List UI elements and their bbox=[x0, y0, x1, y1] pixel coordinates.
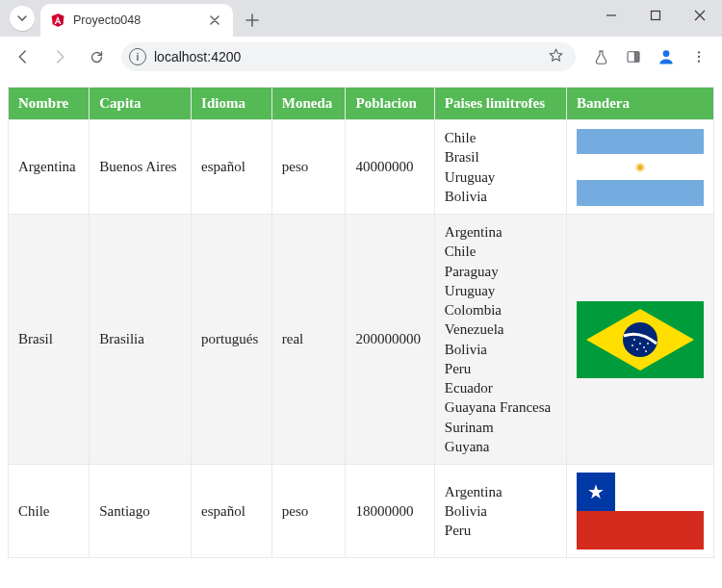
th-capital: Capita bbox=[90, 88, 192, 120]
cell-limitrofes: ChileBrasilUruguayBolivia bbox=[434, 120, 566, 215]
tab-search-button[interactable] bbox=[10, 6, 35, 31]
cell-moneda: peso bbox=[271, 120, 346, 215]
reload-icon bbox=[89, 49, 105, 65]
svg-line-14 bbox=[636, 168, 638, 170]
table-header-row: Nombre Capita Idioma Moneda Poblacion Pa… bbox=[9, 88, 714, 120]
sun-of-may-icon bbox=[631, 158, 650, 177]
flask-icon bbox=[593, 49, 609, 65]
border-country: Peru bbox=[445, 521, 556, 540]
border-country: Bolivia bbox=[445, 187, 556, 206]
cell-nombre: Chile bbox=[9, 465, 90, 558]
border-country: Chile bbox=[445, 242, 556, 261]
border-country: Chile bbox=[445, 128, 556, 147]
cell-poblacion: 40000000 bbox=[346, 120, 434, 215]
svg-point-32 bbox=[645, 350, 647, 352]
border-country: Uruguay bbox=[445, 167, 556, 187]
cell-nombre: Argentina bbox=[9, 120, 90, 215]
border-country: Peru bbox=[445, 359, 556, 378]
border-country: Bolivia bbox=[445, 501, 556, 521]
th-bandera: Bandera bbox=[567, 88, 714, 120]
close-icon bbox=[694, 10, 706, 21]
window-maximize-button[interactable] bbox=[633, 0, 678, 31]
svg-rect-0 bbox=[652, 12, 660, 20]
side-panel-button[interactable] bbox=[618, 41, 649, 72]
maximize-icon bbox=[650, 10, 661, 21]
browser-tab[interactable]: Proyecto048 bbox=[40, 4, 233, 37]
close-icon bbox=[210, 15, 219, 25]
svg-point-7 bbox=[638, 165, 643, 169]
profile-button[interactable] bbox=[651, 41, 682, 72]
border-country: Brasil bbox=[445, 147, 556, 166]
border-country: Ecuador bbox=[445, 378, 556, 397]
cell-poblacion: 200000000 bbox=[346, 215, 434, 465]
new-tab-button[interactable] bbox=[239, 7, 266, 34]
svg-rect-2 bbox=[634, 52, 639, 63]
border-country: Argentina bbox=[445, 482, 556, 501]
kebab-menu-button[interactable] bbox=[683, 41, 714, 72]
table-row: ArgentinaBuenos Airesespañolpeso40000000… bbox=[9, 120, 714, 215]
tab-close-button[interactable] bbox=[210, 13, 219, 28]
window-close-button[interactable] bbox=[678, 0, 722, 31]
countries-table: Nombre Capita Idioma Moneda Poblacion Pa… bbox=[8, 87, 714, 558]
labs-button[interactable] bbox=[585, 41, 616, 72]
flag-chile: ★ bbox=[577, 473, 704, 550]
profile-icon bbox=[657, 47, 676, 66]
bookmark-button[interactable] bbox=[548, 47, 564, 67]
svg-point-27 bbox=[636, 348, 638, 350]
border-country: Argentina bbox=[445, 222, 556, 242]
svg-line-11 bbox=[641, 169, 642, 171]
svg-line-23 bbox=[642, 166, 644, 166]
border-country: Uruguay bbox=[445, 281, 556, 300]
browser-toolbar: i localhost:4200 bbox=[0, 37, 722, 77]
minimize-icon bbox=[606, 10, 617, 21]
border-country: Bolivia bbox=[445, 340, 556, 359]
cell-moneda: peso bbox=[271, 465, 346, 558]
window-minimize-button[interactable] bbox=[589, 0, 633, 31]
address-bar[interactable]: i localhost:4200 bbox=[121, 42, 576, 71]
svg-line-13 bbox=[638, 169, 639, 171]
svg-point-31 bbox=[633, 339, 635, 341]
cell-bandera: ★ bbox=[567, 465, 714, 558]
cell-limitrofes: ArgentinaChileParaguayUruguayColombiaVen… bbox=[434, 215, 566, 465]
border-country: Guayana Francesa bbox=[445, 397, 556, 417]
nav-back-button[interactable] bbox=[8, 41, 39, 72]
angular-favicon-icon bbox=[50, 13, 65, 28]
table-row: BrasilBrasiliaportuguésreal200000000Arge… bbox=[9, 215, 714, 465]
star-icon bbox=[548, 47, 564, 64]
dots-vertical-icon bbox=[691, 49, 707, 64]
side-panel-icon bbox=[626, 49, 641, 64]
cell-idioma: español bbox=[192, 120, 272, 215]
svg-line-21 bbox=[641, 163, 642, 165]
cell-limitrofes: ArgentinaBoliviaPeru bbox=[434, 465, 566, 558]
svg-point-28 bbox=[643, 346, 645, 348]
site-info-icon[interactable]: i bbox=[129, 48, 146, 65]
svg-line-15 bbox=[635, 167, 637, 168]
cell-capital: Santiago bbox=[90, 465, 192, 558]
svg-point-26 bbox=[632, 345, 633, 346]
titlebar: Proyecto048 bbox=[0, 0, 722, 37]
cell-capital: Brasilia bbox=[90, 215, 192, 465]
th-nombre: Nombre bbox=[9, 88, 90, 120]
star-icon: ★ bbox=[587, 482, 605, 501]
border-country: Surinam bbox=[445, 418, 556, 437]
toolbar-right-actions bbox=[585, 41, 714, 72]
window-controls bbox=[589, 0, 722, 31]
th-poblacion: Poblacion bbox=[346, 88, 434, 120]
cell-moneda: real bbox=[271, 215, 346, 465]
svg-line-18 bbox=[636, 164, 638, 166]
svg-line-22 bbox=[642, 164, 644, 166]
flag-argentina bbox=[577, 129, 704, 206]
nav-forward-button[interactable] bbox=[44, 41, 75, 72]
cell-idioma: portugués bbox=[192, 215, 272, 465]
svg-point-4 bbox=[698, 51, 700, 53]
flag-brasil bbox=[577, 301, 704, 378]
border-country: Paraguay bbox=[445, 262, 556, 281]
th-idioma: Idioma bbox=[192, 88, 272, 120]
browser-chrome: Proyecto048 i localhost:4200 bbox=[0, 0, 722, 77]
table-row: ChileSantiagoespañolpeso18000000Argentin… bbox=[9, 465, 714, 558]
cell-capital: Buenos Aires bbox=[90, 120, 192, 215]
svg-point-5 bbox=[698, 56, 700, 58]
tab-title: Proyecto048 bbox=[73, 13, 202, 27]
nav-reload-button[interactable] bbox=[81, 41, 112, 72]
cell-bandera bbox=[567, 215, 714, 465]
